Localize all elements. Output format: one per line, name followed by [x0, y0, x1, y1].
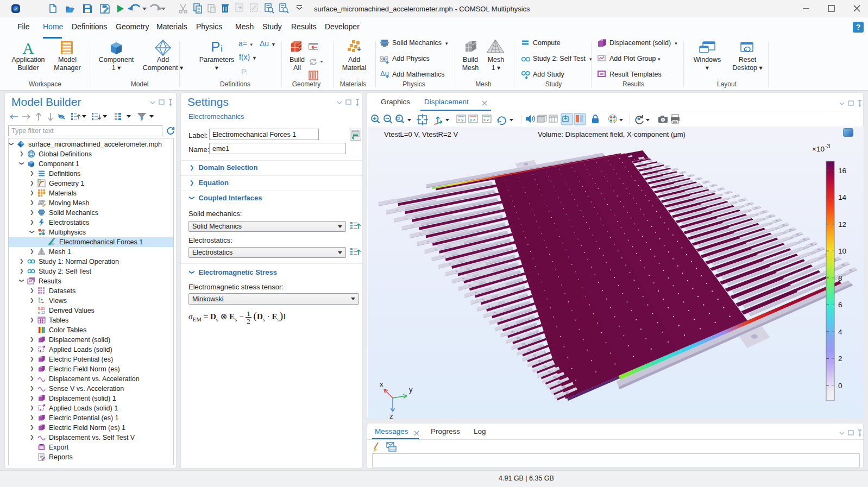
- svg-text:z: z: [473, 117, 475, 122]
- svg-text:16: 16: [838, 167, 846, 175]
- svg-text:z: z: [389, 412, 393, 419]
- svg-text:x: x: [380, 380, 383, 388]
- svg-text:x: x: [483, 117, 486, 122]
- svg-text:e-12: e-12: [38, 311, 45, 314]
- svg-text:8.85: 8.85: [38, 307, 45, 311]
- svg-text:Δu: Δu: [380, 69, 389, 78]
- svg-text:-3: -3: [825, 143, 830, 149]
- svg-text:P: P: [211, 39, 220, 55]
- svg-text:×10: ×10: [812, 145, 825, 153]
- svg-text:y: y: [461, 117, 463, 122]
- svg-text:14: 14: [838, 193, 847, 201]
- svg-text:2: 2: [838, 355, 842, 363]
- svg-text:8: 8: [838, 274, 842, 282]
- svg-text:4: 4: [838, 328, 842, 336]
- svg-text:i: i: [221, 43, 223, 54]
- svg-text:A: A: [23, 40, 34, 57]
- svg-text:0: 0: [838, 382, 842, 390]
- svg-text:10: 10: [838, 247, 846, 255]
- svg-text:6: 6: [838, 301, 842, 309]
- svg-text:z: z: [487, 117, 489, 122]
- svg-text:y: y: [470, 117, 472, 122]
- svg-text:x: x: [458, 117, 460, 122]
- svg-text:12: 12: [838, 220, 846, 229]
- svg-text:y: y: [409, 385, 413, 394]
